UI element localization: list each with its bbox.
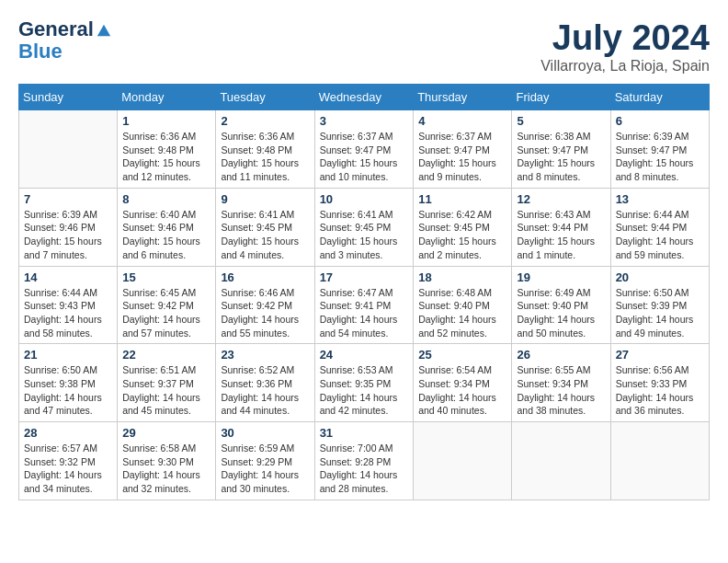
cell-info: Sunrise: 6:57 AMSunset: 9:32 PMDaylight:… [24, 442, 112, 496]
day-header-wednesday: Wednesday [314, 85, 414, 110]
calendar-cell: 10Sunrise: 6:41 AMSunset: 9:45 PMDayligh… [314, 188, 414, 266]
cell-info: Sunrise: 6:38 AMSunset: 9:47 PMDaylight:… [517, 130, 605, 184]
calendar-week-row: 7Sunrise: 6:39 AMSunset: 9:46 PMDaylight… [19, 188, 710, 266]
day-number: 23 [221, 348, 309, 362]
day-header-thursday: Thursday [414, 85, 512, 110]
calendar-cell: 30Sunrise: 6:59 AMSunset: 9:29 PMDayligh… [216, 422, 314, 500]
day-number: 3 [320, 114, 409, 128]
calendar-cell: 29Sunrise: 6:58 AMSunset: 9:30 PMDayligh… [118, 422, 216, 500]
month-year-title: July 2024 [540, 18, 710, 58]
cell-info: Sunrise: 6:50 AMSunset: 9:38 PMDaylight:… [24, 363, 112, 418]
day-header-friday: Friday [512, 85, 610, 110]
calendar-cell: 28Sunrise: 6:57 AMSunset: 9:32 PMDayligh… [19, 422, 118, 500]
calendar-cell: 14Sunrise: 6:44 AMSunset: 9:43 PMDayligh… [19, 266, 118, 344]
cell-info: Sunrise: 6:44 AMSunset: 9:44 PMDaylight:… [616, 208, 704, 262]
calendar-cell: 25Sunrise: 6:54 AMSunset: 9:34 PMDayligh… [414, 344, 512, 422]
day-number: 12 [517, 192, 605, 206]
cell-info: Sunrise: 6:51 AMSunset: 9:37 PMDaylight:… [122, 363, 210, 418]
calendar-cell: 21Sunrise: 6:50 AMSunset: 9:38 PMDayligh… [19, 344, 118, 422]
calendar-cell: 20Sunrise: 6:50 AMSunset: 9:39 PMDayligh… [610, 266, 709, 344]
calendar-cell: 26Sunrise: 6:55 AMSunset: 9:34 PMDayligh… [512, 344, 610, 422]
calendar-cell: 7Sunrise: 6:39 AMSunset: 9:46 PMDaylight… [19, 188, 118, 266]
day-number: 7 [24, 192, 112, 206]
cell-info: Sunrise: 6:47 AMSunset: 9:41 PMDaylight:… [320, 286, 409, 340]
day-number: 19 [517, 270, 605, 284]
day-number: 4 [418, 114, 506, 128]
calendar-cell: 31Sunrise: 7:00 AMSunset: 9:28 PMDayligh… [314, 422, 414, 500]
cell-info: Sunrise: 6:42 AMSunset: 9:45 PMDaylight:… [418, 208, 506, 262]
day-number: 28 [24, 426, 112, 440]
calendar-cell: 12Sunrise: 6:43 AMSunset: 9:44 PMDayligh… [512, 188, 610, 266]
day-number: 1 [122, 114, 210, 128]
calendar-cell: 17Sunrise: 6:47 AMSunset: 9:41 PMDayligh… [314, 266, 414, 344]
calendar-header-row: SundayMondayTuesdayWednesdayThursdayFrid… [19, 85, 710, 110]
cell-info: Sunrise: 6:36 AMSunset: 9:48 PMDaylight:… [122, 130, 210, 184]
day-number: 16 [221, 270, 309, 284]
day-number: 6 [616, 114, 704, 128]
cell-info: Sunrise: 6:44 AMSunset: 9:43 PMDaylight:… [24, 286, 112, 340]
cell-info: Sunrise: 6:54 AMSunset: 9:34 PMDaylight:… [418, 363, 506, 418]
calendar-week-row: 1Sunrise: 6:36 AMSunset: 9:48 PMDaylight… [19, 110, 710, 189]
day-header-saturday: Saturday [610, 85, 709, 110]
cell-info: Sunrise: 6:46 AMSunset: 9:42 PMDaylight:… [221, 286, 309, 340]
calendar-cell: 6Sunrise: 6:39 AMSunset: 9:47 PMDaylight… [610, 110, 709, 189]
day-number: 5 [517, 114, 605, 128]
calendar-cell [414, 422, 512, 500]
day-number: 27 [616, 348, 704, 362]
day-number: 26 [517, 348, 605, 362]
cell-info: Sunrise: 6:41 AMSunset: 9:45 PMDaylight:… [320, 208, 409, 262]
calendar-cell: 9Sunrise: 6:41 AMSunset: 9:45 PMDaylight… [216, 188, 314, 266]
logo-text: General Blue [18, 18, 112, 63]
calendar-cell: 13Sunrise: 6:44 AMSunset: 9:44 PMDayligh… [610, 188, 709, 266]
day-number: 15 [122, 270, 210, 284]
logo: General Blue [18, 18, 112, 63]
cell-info: Sunrise: 7:00 AMSunset: 9:28 PMDaylight:… [320, 442, 409, 496]
cell-info: Sunrise: 6:41 AMSunset: 9:45 PMDaylight:… [221, 208, 309, 262]
page-header: General Blue July 2024 Villarroya, La Ri… [18, 18, 710, 75]
calendar-cell: 8Sunrise: 6:40 AMSunset: 9:46 PMDaylight… [118, 188, 216, 266]
day-number: 29 [122, 426, 210, 440]
calendar-cell [610, 422, 709, 500]
cell-info: Sunrise: 6:48 AMSunset: 9:40 PMDaylight:… [418, 286, 506, 340]
cell-info: Sunrise: 6:39 AMSunset: 9:46 PMDaylight:… [24, 208, 112, 262]
day-number: 20 [616, 270, 704, 284]
location-subtitle: Villarroya, La Rioja, Spain [540, 58, 710, 75]
cell-info: Sunrise: 6:59 AMSunset: 9:29 PMDaylight:… [221, 442, 309, 496]
cell-info: Sunrise: 6:50 AMSunset: 9:39 PMDaylight:… [616, 286, 704, 340]
cell-info: Sunrise: 6:36 AMSunset: 9:48 PMDaylight:… [221, 130, 309, 184]
cell-info: Sunrise: 6:58 AMSunset: 9:30 PMDaylight:… [122, 442, 210, 496]
cell-info: Sunrise: 6:45 AMSunset: 9:42 PMDaylight:… [122, 286, 210, 340]
day-number: 17 [320, 270, 409, 284]
day-number: 2 [221, 114, 309, 128]
day-number: 31 [320, 426, 409, 440]
calendar-week-row: 28Sunrise: 6:57 AMSunset: 9:32 PMDayligh… [19, 422, 710, 500]
calendar-cell: 3Sunrise: 6:37 AMSunset: 9:47 PMDaylight… [314, 110, 414, 189]
calendar-cell: 2Sunrise: 6:36 AMSunset: 9:48 PMDaylight… [216, 110, 314, 189]
day-header-sunday: Sunday [19, 85, 118, 110]
calendar-cell: 19Sunrise: 6:49 AMSunset: 9:40 PMDayligh… [512, 266, 610, 344]
day-number: 14 [24, 270, 112, 284]
cell-info: Sunrise: 6:39 AMSunset: 9:47 PMDaylight:… [616, 130, 704, 184]
calendar-cell: 4Sunrise: 6:37 AMSunset: 9:47 PMDaylight… [414, 110, 512, 189]
calendar-table: SundayMondayTuesdayWednesdayThursdayFrid… [18, 84, 710, 500]
day-number: 11 [418, 192, 506, 206]
title-block: July 2024 Villarroya, La Rioja, Spain [540, 18, 710, 75]
day-number: 8 [122, 192, 210, 206]
calendar-cell: 5Sunrise: 6:38 AMSunset: 9:47 PMDaylight… [512, 110, 610, 189]
cell-info: Sunrise: 6:53 AMSunset: 9:35 PMDaylight:… [320, 363, 409, 418]
cell-info: Sunrise: 6:56 AMSunset: 9:33 PMDaylight:… [616, 363, 704, 418]
calendar-cell: 11Sunrise: 6:42 AMSunset: 9:45 PMDayligh… [414, 188, 512, 266]
cell-info: Sunrise: 6:37 AMSunset: 9:47 PMDaylight:… [320, 130, 409, 184]
cell-info: Sunrise: 6:37 AMSunset: 9:47 PMDaylight:… [418, 130, 506, 184]
cell-info: Sunrise: 6:43 AMSunset: 9:44 PMDaylight:… [517, 208, 605, 262]
calendar-cell: 22Sunrise: 6:51 AMSunset: 9:37 PMDayligh… [118, 344, 216, 422]
day-number: 21 [24, 348, 112, 362]
calendar-cell: 1Sunrise: 6:36 AMSunset: 9:48 PMDaylight… [118, 110, 216, 189]
calendar-week-row: 21Sunrise: 6:50 AMSunset: 9:38 PMDayligh… [19, 344, 710, 422]
calendar-cell [512, 422, 610, 500]
cell-info: Sunrise: 6:52 AMSunset: 9:36 PMDaylight:… [221, 363, 309, 418]
cell-info: Sunrise: 6:40 AMSunset: 9:46 PMDaylight:… [122, 208, 210, 262]
day-number: 30 [221, 426, 309, 440]
day-number: 25 [418, 348, 506, 362]
calendar-cell: 23Sunrise: 6:52 AMSunset: 9:36 PMDayligh… [216, 344, 314, 422]
